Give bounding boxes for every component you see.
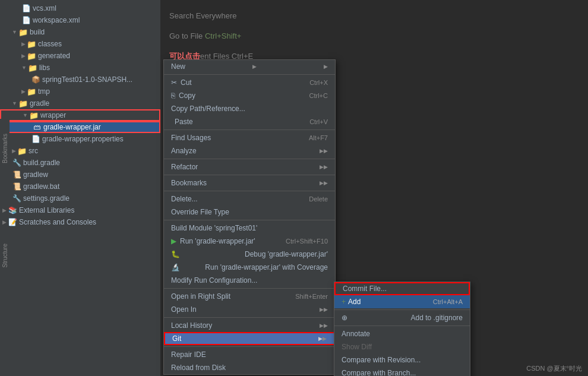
tree-item-libs[interactable]: ▼ 📁 libs [0,62,160,74]
tree-item-build-folder[interactable]: ▼ 📁 build [0,26,160,38]
add-icon: + [342,298,346,306]
chevron-right-icon: ▶ [2,207,7,213]
context-menu-run[interactable]: ▶ Run 'gradle-wrapper.jar' Ctrl+Shift+F1… [164,235,335,248]
menu-item-label: Open in Right Split [171,292,295,301]
tree-item-build-gradle[interactable]: 🔧 build.gradle [0,157,160,169]
tree-item-classes[interactable]: ▶ 📁 classes [0,38,160,50]
menu-shortcut: Alt+F7 [309,134,328,141]
chevron-down-icon: ▼ [23,112,28,118]
context-menu-run-coverage[interactable]: 🔬 Run 'gradle-wrapper.jar' with Coverage [164,261,335,274]
folder-icon: 📁 [17,146,27,156]
menu-separator [334,326,470,326]
tree-item-springtest-jar[interactable]: 📦 springTest01-1.0-SNAPSH... [0,74,160,86]
tree-item-gradlew-bat[interactable]: 📜 gradlew.bat [0,181,160,192]
tree-item-label: Scratches and Consoles [19,218,96,226]
folder-icon: 📁 [28,63,37,72]
tree-item-generated[interactable]: ▶ 📁 generated [0,50,160,62]
search-everywhere-line: Search Everywhere [169,6,579,26]
menu-item-label: Run 'gradle-wrapper.jar' with Coverage [205,263,328,271]
tree-item-gradlew[interactable]: 📜 gradlew [0,169,160,181]
chevron-right-icon: ▶ [12,148,16,154]
tree-item-gradle[interactable]: ▼ 📁 gradle [0,97,160,109]
git-compare-revision[interactable]: Compare with Revision... [334,353,470,366]
submenu-arrow-icon: ▶ [318,336,323,342]
context-menu-copy[interactable]: ⎘ Copy Ctrl+C [164,89,335,102]
context-menu-copy-path[interactable]: Copy Path/Reference... [164,102,335,115]
watermark-text: CSDN @夏末°时光 [526,365,582,372]
tree-item-vcs-xml[interactable]: 📄 vcs.xml [0,2,160,14]
context-menu-modify-run[interactable]: Modify Run Configuration... [164,274,335,287]
script-file-icon: 📜 [12,170,21,179]
structure-sidebar-tab[interactable]: Structure [0,226,10,285]
tree-item-label: wrapper [40,111,66,119]
tree-item-gradle-wrapper-properties[interactable]: 📄 gradle-wrapper.properties [0,133,160,145]
submenu-arrow-icon: ▶ [320,323,324,328]
tree-item-label: gradle [30,99,49,108]
tree-item-external-libraries[interactable]: ▶ 📚 External Libraries [0,204,160,216]
tree-item-label: tmp [38,87,50,96]
menu-item-label: Run 'gradle-wrapper.jar' [180,237,286,245]
menu-separator [164,129,335,130]
menu-item-label: Bookmarks [171,179,320,187]
context-menu-override-file-type[interactable]: Override File Type [164,206,335,219]
tree-item-label: External Libraries [19,206,74,214]
context-menu-open-in[interactable]: Open In ▶ [164,303,335,316]
bookmarks-sidebar-tab[interactable]: Bookmarks [0,119,10,178]
menu-item-label: Build Module 'springTest01' [171,224,257,232]
context-menu-refactor[interactable]: Refactor ▶ [164,160,335,173]
context-menu-debug[interactable]: 🐛 Debug 'gradle-wrapper.jar' [164,248,335,261]
run-icon: ▶ [171,237,176,245]
context-menu-repair-ide[interactable]: Repair IDE [164,348,335,361]
menu-separator [164,159,335,159]
context-menu-cut[interactable]: ✂ Cut Ctrl+X [164,76,335,89]
menu-shortcut: Delete [309,195,328,203]
tree-item-scratches-consoles[interactable]: ▶ 📝 Scratches and Consoles [0,216,160,228]
menu-item-label: Paste [175,118,309,126]
context-menu-local-history[interactable]: Local History ▶ [164,319,335,332]
debug-icon: 🐛 [171,250,180,258]
menu-item-label: Copy Path/Reference... [171,105,245,113]
jar-file-icon: 📦 [31,75,40,84]
tree-item-wrapper[interactable]: ▼ 📁 wrapper [0,109,160,121]
menu-shortcut: Ctrl+X [309,79,328,86]
git-add-gitignore[interactable]: ⊕ Add to .gitignore [334,311,470,324]
context-menu-git[interactable]: Git ▶ [164,332,335,345]
menu-item-label: Compare with Revision... [342,356,421,364]
context-menu: New ▶ ✂ Cut Ctrl+X ⎘ Copy Ctrl+C Copy Pa… [163,59,336,375]
menu-separator [164,74,335,75]
git-show-diff: Show Diff [334,340,470,353]
context-menu-paste[interactable]: Paste Ctrl+V [164,115,335,128]
chevron-right-icon: ▶ [21,41,26,47]
folder-icon: 📁 [18,99,28,108]
xml-file-icon: 📄 [21,15,31,25]
context-menu-analyze[interactable]: Analyze ▶ [164,144,335,157]
context-menu-find-usages[interactable]: Find Usages Alt+F7 [164,131,335,144]
context-menu-open-right-split[interactable]: Open in Right Split Shift+Enter [164,290,335,303]
menu-item-label: Add to .gitignore [411,314,463,322]
context-menu-build-module[interactable]: Build Module 'springTest01' [164,222,335,235]
git-annotate[interactable]: Annotate [334,327,470,340]
tree-item-src[interactable]: ▶ 📁 src [0,145,160,157]
menu-item-label: Annotate [342,330,370,338]
chevron-right-icon: ▶ [2,219,7,225]
goto-file-text: Go to File Ctrl+Shift+ [169,31,241,40]
gradle-file-icon: 🔧 [12,158,21,168]
git-add[interactable]: + Add Ctrl+Alt+A [334,295,470,308]
tree-item-tmp[interactable]: ▶ 📁 tmp [0,86,160,97]
git-commit-file[interactable]: Commit File... [334,282,470,295]
search-everywhere-text: Search Everywhere [169,11,236,20]
context-menu-new[interactable]: New ▶ [164,60,335,73]
submenu-arrow-icon: ▶ [320,307,324,312]
git-compare-branch[interactable]: Compare with Branch... [334,366,470,376]
tree-item-workspace-xml[interactable]: 📄 workspace.xml [0,14,160,26]
menu-separator [164,317,335,318]
context-menu-bookmarks[interactable]: Bookmarks ▶ [164,176,335,189]
gradle-file-icon: 🔧 [12,194,21,203]
tree-item-gradle-wrapper-jar[interactable]: 🗃 gradle-wrapper.jar [0,121,160,133]
tree-item-settings-gradle[interactable]: 🔧 settings.gradle [0,192,160,204]
submenu-arrow-icon: ▶ [320,148,324,154]
context-menu-delete[interactable]: Delete... Delete [164,192,335,206]
context-menu-reload-from-disk[interactable]: Reload from Disk [164,361,335,374]
menu-separator [164,288,335,289]
folder-icon: 📁 [29,110,39,120]
